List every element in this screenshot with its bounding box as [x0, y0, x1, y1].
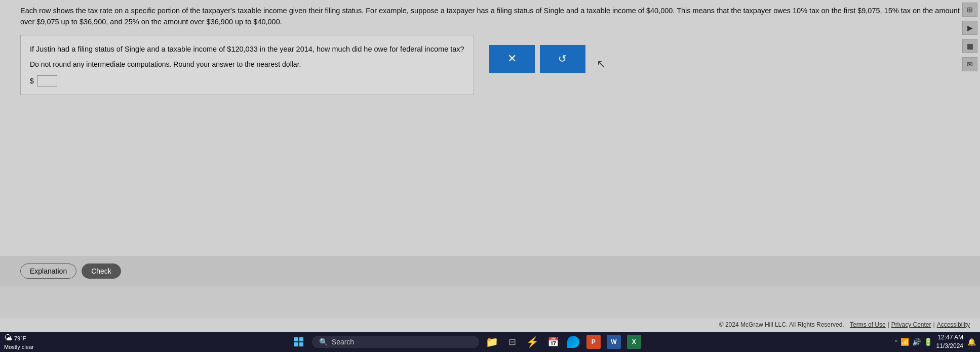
footer-pipe1: |: [888, 321, 889, 328]
weather-icon: 🌤: [4, 333, 12, 343]
right-sidebar: ⊞ ▶ ▦ ✉: [960, 0, 980, 221]
check-button[interactable]: Check: [82, 263, 121, 279]
table-icon[interactable]: ▦: [962, 39, 977, 53]
dollar-prefix: $: [30, 77, 34, 85]
cursor-icon: ↖: [597, 58, 606, 71]
powerpoint-icon[interactable]: P: [584, 333, 603, 351]
search-bar[interactable]: 🔍 Search: [312, 336, 479, 348]
copyright-text: © 2024 McGraw Hill LLC. All Rights Reser…: [719, 321, 844, 328]
accessibility-link[interactable]: Accessibility: [937, 321, 970, 328]
terms-link[interactable]: Terms of Use: [850, 321, 886, 328]
word-icon[interactable]: W: [605, 333, 623, 351]
search-icon: 🔍: [319, 338, 328, 346]
file-explorer-icon[interactable]: 📁: [483, 333, 501, 351]
wifi-icon[interactable]: 📶: [900, 338, 909, 346]
answer-input[interactable]: [37, 75, 57, 86]
notification-icon[interactable]: 🔔: [967, 338, 976, 346]
hint-button[interactable]: ↺: [540, 45, 585, 73]
action-buttons: ✕ ↺: [489, 45, 585, 73]
excel-icon[interactable]: X: [625, 333, 643, 351]
weather-widget[interactable]: 🌤 79°F Mostly clear: [4, 333, 34, 350]
search-text: Search: [332, 338, 354, 346]
intro-text: Each row shows the tax rate on a specifi…: [20, 5, 960, 28]
weather-desc: Mostly clear: [4, 343, 34, 350]
clock-date: 11/3/2024: [936, 342, 963, 350]
answer-row: $: [30, 75, 464, 86]
footer-pipe2: |: [933, 321, 935, 328]
word-icon-shape: W: [607, 335, 621, 349]
weather-temp: 79°F: [14, 335, 26, 342]
play-icon[interactable]: ▶: [962, 21, 977, 35]
task-view-icon[interactable]: ⊟: [503, 333, 522, 351]
main-content: ⊞ ▶ ▦ ✉ Each row shows the tax rate on a…: [0, 0, 980, 286]
start-grid-bl: [294, 342, 298, 346]
calendar-icon[interactable]: 📅: [544, 333, 562, 351]
system-icons: ^ 📶 🔊 🔋: [895, 338, 932, 346]
taskbar: 🌤 79°F Mostly clear 🔍 Search 📁: [0, 332, 980, 352]
footer-bar: © 2024 McGraw Hill LLC. All Rights Reser…: [0, 318, 980, 332]
chevron-up-icon[interactable]: ^: [895, 339, 897, 345]
footer-sep1: [846, 321, 848, 328]
battery-icon[interactable]: 🔋: [924, 338, 932, 346]
powerpoint-icon-shape: P: [586, 335, 601, 349]
media-icon[interactable]: ⚡: [524, 333, 542, 351]
edge-icon-shape: [567, 336, 579, 348]
explanation-button[interactable]: Explanation: [20, 263, 76, 279]
start-grid-tr: [299, 337, 303, 341]
excel-icon-shape: X: [627, 335, 641, 349]
clock[interactable]: 12:47 AM 11/3/2024: [936, 333, 963, 350]
taskbar-apps: 📁 ⊟ ⚡ 📅 P W: [483, 333, 643, 351]
taskbar-middle: 🔍 Search 📁 ⊟ ⚡ 📅: [38, 333, 895, 351]
clock-time: 12:47 AM: [936, 333, 963, 342]
privacy-link[interactable]: Privacy Center: [891, 321, 931, 328]
start-button[interactable]: [290, 333, 308, 351]
bottom-toolbar: Explanation Check: [0, 256, 980, 286]
start-grid-tl: [294, 337, 298, 341]
question-sub: Do not round any intermediate computatio…: [30, 60, 464, 68]
start-grid-br: [299, 342, 303, 346]
question-box: If Justin had a filing status of Single …: [20, 35, 474, 95]
edge-icon[interactable]: [564, 333, 582, 351]
taskbar-right: ^ 📶 🔊 🔋 12:47 AM 11/3/2024 🔔: [895, 333, 976, 350]
question-text: If Justin had a filing status of Single …: [30, 43, 464, 55]
taskbar-left: 🌤 79°F Mostly clear: [4, 333, 38, 350]
mail-icon[interactable]: ✉: [962, 57, 977, 71]
volume-icon[interactable]: 🔊: [912, 338, 921, 346]
clear-button[interactable]: ✕: [489, 45, 535, 73]
grid-icon[interactable]: ⊞: [962, 3, 977, 17]
